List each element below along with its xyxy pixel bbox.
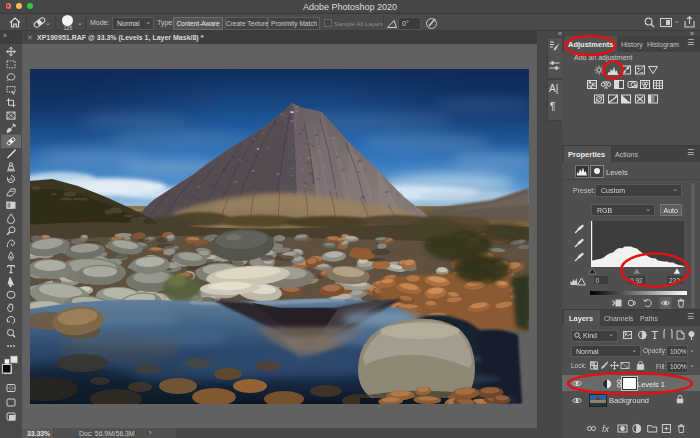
svg-text:fx: fx xyxy=(602,424,610,434)
